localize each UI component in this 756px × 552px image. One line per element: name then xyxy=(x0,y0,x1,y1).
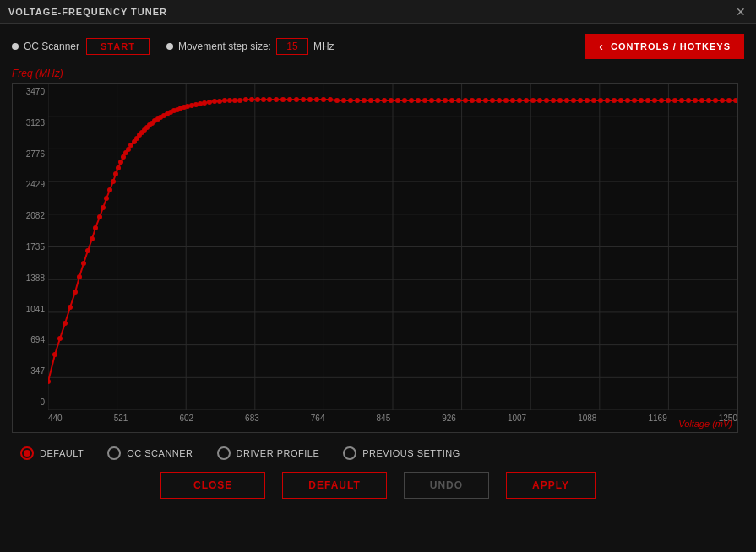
svg-point-89 xyxy=(334,98,340,103)
radio-label-previous-setting: PREVIOUS SETTING xyxy=(362,448,460,458)
chevron-left-icon: ‹ xyxy=(599,40,604,53)
svg-point-135 xyxy=(645,98,650,103)
x-label-440: 440 xyxy=(48,414,63,423)
svg-point-128 xyxy=(598,98,603,103)
svg-point-99 xyxy=(402,98,407,103)
controls-hotkeys-button[interactable]: ‹ CONTROLS / HOTKEYS xyxy=(585,34,744,59)
svg-point-96 xyxy=(382,98,387,103)
svg-point-31 xyxy=(90,236,95,241)
y-label-1735: 1735 xyxy=(13,242,45,252)
svg-point-85 xyxy=(307,97,313,102)
undo-button[interactable]: UNDO xyxy=(404,472,489,499)
svg-point-70 xyxy=(217,99,222,104)
radio-previous-setting[interactable]: PREVIOUS SETTING xyxy=(343,446,460,460)
svg-point-136 xyxy=(652,98,657,103)
oc-scanner-dot xyxy=(12,43,19,50)
y-label-0: 0 xyxy=(13,398,45,407)
svg-point-126 xyxy=(585,98,590,103)
svg-point-25 xyxy=(63,321,68,326)
svg-point-35 xyxy=(104,196,109,201)
svg-point-80 xyxy=(274,97,279,102)
radio-circle-previous-setting xyxy=(343,446,356,460)
svg-point-132 xyxy=(625,98,630,103)
svg-point-141 xyxy=(686,98,691,103)
svg-point-67 xyxy=(202,100,207,106)
start-button[interactable]: START xyxy=(86,38,150,55)
y-label-2776: 2776 xyxy=(13,149,45,159)
y-label-3123: 3123 xyxy=(13,118,45,127)
radio-oc-scanner[interactable]: OC SCANNER xyxy=(107,446,193,460)
svg-point-84 xyxy=(301,97,306,102)
svg-point-94 xyxy=(368,98,373,103)
svg-point-138 xyxy=(666,98,671,103)
svg-point-147 xyxy=(726,98,732,103)
svg-point-129 xyxy=(605,98,610,103)
x-axis-labels: 440 521 602 683 764 845 926 1007 1088 11… xyxy=(48,410,737,432)
controls-label: CONTROLS / HOTKEYS xyxy=(611,41,731,51)
y-label-2429: 2429 xyxy=(13,180,45,189)
apply-button[interactable]: APPLY xyxy=(506,472,596,499)
svg-point-95 xyxy=(375,98,380,103)
svg-point-130 xyxy=(612,98,617,103)
x-label-764: 764 xyxy=(311,414,325,423)
svg-point-86 xyxy=(314,97,319,102)
svg-point-146 xyxy=(720,98,725,103)
svg-point-124 xyxy=(571,98,576,103)
svg-point-106 xyxy=(449,98,454,103)
svg-point-134 xyxy=(639,98,644,103)
svg-point-120 xyxy=(544,98,549,103)
svg-point-73 xyxy=(232,98,237,103)
svg-point-75 xyxy=(243,97,248,102)
svg-point-79 xyxy=(267,97,272,102)
radio-label-oc-scanner: OC SCANNER xyxy=(127,448,193,458)
svg-point-125 xyxy=(578,98,583,103)
close-button[interactable]: CLOSE xyxy=(160,472,265,499)
svg-point-103 xyxy=(429,98,434,103)
svg-point-92 xyxy=(355,98,360,103)
x-label-521: 521 xyxy=(114,414,128,423)
x-label-602: 602 xyxy=(179,414,193,423)
svg-point-118 xyxy=(530,98,536,103)
oc-scanner-label: OC Scanner xyxy=(24,41,79,52)
svg-point-109 xyxy=(470,98,475,103)
svg-point-83 xyxy=(294,97,299,102)
svg-point-23 xyxy=(52,352,57,357)
y-label-694: 694 xyxy=(13,335,45,344)
freq-axis-label: Freq (MHz) xyxy=(12,68,744,79)
svg-point-113 xyxy=(497,98,502,103)
step-input[interactable] xyxy=(276,38,308,55)
svg-point-71 xyxy=(222,98,227,103)
svg-point-26 xyxy=(68,305,73,310)
svg-point-29 xyxy=(81,261,86,266)
svg-point-148 xyxy=(733,98,737,103)
svg-point-127 xyxy=(591,98,596,103)
main-content: OC Scanner START Movement step size: MHz… xyxy=(0,24,756,507)
svg-point-68 xyxy=(207,100,212,105)
svg-point-72 xyxy=(227,98,232,103)
mhz-label: MHz xyxy=(313,41,334,52)
radio-driver-profile[interactable]: DRIVER PROFILE xyxy=(217,446,320,460)
svg-point-116 xyxy=(517,98,522,103)
svg-point-65 xyxy=(193,102,199,107)
svg-point-133 xyxy=(632,98,637,103)
svg-point-91 xyxy=(348,98,353,103)
svg-point-34 xyxy=(101,205,106,210)
svg-point-78 xyxy=(261,97,266,102)
y-label-1388: 1388 xyxy=(13,273,45,283)
radio-default[interactable]: DEFAULT xyxy=(20,446,84,460)
svg-point-77 xyxy=(255,97,260,102)
svg-point-93 xyxy=(362,98,367,103)
svg-point-104 xyxy=(436,98,441,103)
x-label-1169: 1169 xyxy=(648,414,666,423)
svg-point-36 xyxy=(107,187,112,192)
svg-point-39 xyxy=(116,165,121,170)
radio-label-driver-profile: DRIVER PROFILE xyxy=(237,448,320,458)
title-bar: VOLTAGE-FREQUENCY TUNER ✕ xyxy=(0,0,756,24)
window-close-button[interactable]: ✕ xyxy=(734,5,748,19)
y-label-347: 347 xyxy=(13,366,45,376)
svg-point-123 xyxy=(564,98,569,103)
y-axis-labels: 0 347 694 1041 1388 1735 2082 2429 2776 … xyxy=(13,84,48,410)
voltage-axis-label: Voltage (mV) xyxy=(678,419,732,429)
svg-point-41 xyxy=(121,154,126,160)
default-button[interactable]: DEFAULT xyxy=(282,472,386,499)
